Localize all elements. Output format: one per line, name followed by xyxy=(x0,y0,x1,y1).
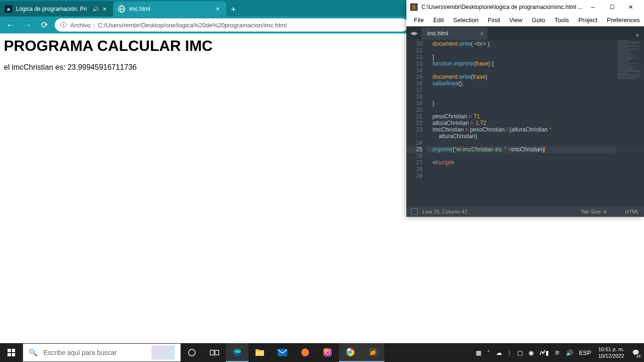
instagram-icon[interactable] xyxy=(316,343,339,362)
system-tray: ▦ ˄ ☁ ᛒ ▢ ◉ 🗲▮ ⚞ 🔊 ESP 10:51 p. m. 10/12… xyxy=(474,346,644,359)
battery-icon[interactable]: 🗲▮ xyxy=(538,349,550,356)
sublime-menu: FileEditSelectionFindViewGotoToolsProjec… xyxy=(406,14,644,26)
svg-rect-4 xyxy=(12,349,15,352)
alura-favicon: a xyxy=(5,5,12,13)
panel-icon[interactable] xyxy=(411,208,418,215)
firefox-icon[interactable] xyxy=(294,343,316,362)
bluetooth-icon[interactable]: ᛒ xyxy=(506,349,513,356)
sublime-tabstrip: ◀▶ imc.html × + xyxy=(406,26,644,40)
close-icon[interactable]: × xyxy=(214,5,222,13)
chrome-icon[interactable] xyxy=(339,343,362,362)
menu-project[interactable]: Project xyxy=(574,16,602,24)
menu-view[interactable]: View xyxy=(504,16,527,24)
notif-badge: 21 xyxy=(635,354,642,358)
svg-point-7 xyxy=(189,349,195,356)
sublime-title-path: C:\Users\rembr\Desktop\one\logica de pro… xyxy=(421,4,584,10)
location-icon[interactable]: ◉ xyxy=(527,349,535,356)
tab-label: imc.html xyxy=(129,6,214,12)
svg-rect-12 xyxy=(256,349,259,351)
search-placeholder: Escribe aquí para buscar xyxy=(43,349,117,356)
svg-rect-15 xyxy=(323,348,332,357)
svg-rect-9 xyxy=(215,350,219,355)
menu-file[interactable]: File xyxy=(409,16,429,24)
onedrive-icon[interactable]: ☁ xyxy=(495,349,504,356)
sublime-new-tab[interactable]: + xyxy=(631,31,644,40)
maximize-button[interactable]: ☐ xyxy=(603,0,621,14)
chevron-up-icon[interactable]: ˄ xyxy=(486,349,492,356)
sublime-tab-label: imc.html xyxy=(427,30,448,37)
divider: | xyxy=(93,22,95,29)
url-text: C:/Users/rembr/Desktop/one/logica%20de%2… xyxy=(98,22,287,29)
menu-tools[interactable]: Tools xyxy=(550,16,573,24)
sublime-titlebar[interactable]: S C:\Users\rembr\Desktop\one\logica de p… xyxy=(406,0,644,14)
tab-nav-arrows[interactable]: ◀▶ xyxy=(406,26,421,40)
close-icon[interactable]: × xyxy=(480,30,484,37)
browser-tab-inactive[interactable]: a Lógica de programación: Pri 🔊 × xyxy=(0,1,113,16)
minimize-button[interactable]: ─ xyxy=(584,0,603,14)
wifi-icon[interactable]: ⚞ xyxy=(553,349,561,356)
url-field[interactable]: ⓘ Archivo | C:/Users/rembr/Desktop/one/l… xyxy=(55,18,408,32)
tab-label: Lógica de programación: Pri xyxy=(16,6,92,12)
svg-rect-3 xyxy=(8,349,11,352)
search-icon: 🔍 xyxy=(29,348,38,357)
gutter: 1011121314151617181920212223242526272829 xyxy=(406,40,426,206)
svg-rect-8 xyxy=(210,350,214,355)
forward-button[interactable]: → xyxy=(21,18,34,32)
taskview-icon[interactable] xyxy=(203,343,226,362)
back-button[interactable]: ← xyxy=(4,18,17,32)
task-icons xyxy=(181,343,384,362)
explorer-icon[interactable] xyxy=(248,343,271,362)
reload-button[interactable]: ⟳ xyxy=(38,18,51,32)
minimap[interactable] xyxy=(616,40,644,206)
sublime-tab[interactable]: imc.html × xyxy=(421,27,487,40)
sublime-editor[interactable]: 1011121314151617181920212223242526272829… xyxy=(406,40,644,206)
clock[interactable]: 10:51 p. m. 10/12/2022 xyxy=(595,346,627,359)
menu-find[interactable]: Find xyxy=(483,16,504,24)
search-highlight-icon[interactable] xyxy=(151,346,175,360)
url-prefix: Archivo xyxy=(70,22,91,29)
cortana-icon[interactable] xyxy=(181,343,203,362)
sublime-window: S C:\Users\rembr\Desktop\one\logica de p… xyxy=(406,0,644,217)
svg-point-17 xyxy=(330,350,330,351)
meet-now-icon[interactable]: ▢ xyxy=(516,349,524,356)
sublime-taskbar-icon[interactable] xyxy=(362,343,384,362)
close-icon[interactable]: × xyxy=(101,5,108,13)
date-text: 10/12/2022 xyxy=(598,353,624,359)
info-icon[interactable]: ⓘ xyxy=(60,21,66,29)
taskbar: 🔍 Escribe aquí para buscar ▦ ˄ ☁ ᛒ ▢ ◉ 🗲… xyxy=(0,343,644,362)
globe-icon xyxy=(118,5,125,13)
audio-icon[interactable]: 🔊 xyxy=(92,6,99,12)
svg-rect-5 xyxy=(8,353,11,356)
browser-tab-active[interactable]: imc.html × xyxy=(113,1,226,16)
new-tab-button[interactable]: + xyxy=(226,2,240,16)
svg-rect-13 xyxy=(278,349,287,356)
sublime-logo-icon: S xyxy=(410,3,418,11)
menu-selection[interactable]: Selection xyxy=(448,16,483,24)
volume-icon[interactable]: 🔊 xyxy=(564,349,575,356)
notifications-icon[interactable]: 💬21 xyxy=(630,347,641,358)
news-icon[interactable]: ▦ xyxy=(474,349,483,356)
taskbar-search[interactable]: 🔍 Escribe aquí para buscar xyxy=(23,344,181,362)
menu-goto[interactable]: Goto xyxy=(527,16,550,24)
language-indicator[interactable]: ESP xyxy=(578,349,593,356)
time-text: 10:51 p. m. xyxy=(598,346,624,353)
svg-rect-6 xyxy=(12,353,15,356)
menu-preferences[interactable]: Preferences xyxy=(602,16,644,24)
status-language[interactable]: HTML xyxy=(625,209,639,214)
status-position: Line 25, Column 47 xyxy=(422,209,467,214)
start-button[interactable] xyxy=(0,343,23,362)
status-tabsize[interactable]: Tab Size: 4 xyxy=(581,209,606,214)
sublime-statusbar: Line 25, Column 47 Tab Size: 4 HTML xyxy=(406,206,644,217)
menu-edit[interactable]: Edit xyxy=(429,16,448,24)
code-area[interactable]: document.write( <br> ); } function impri… xyxy=(426,40,644,206)
mail-icon[interactable] xyxy=(271,343,294,362)
edge-icon[interactable] xyxy=(226,343,248,362)
close-button[interactable]: ✕ xyxy=(621,0,640,14)
